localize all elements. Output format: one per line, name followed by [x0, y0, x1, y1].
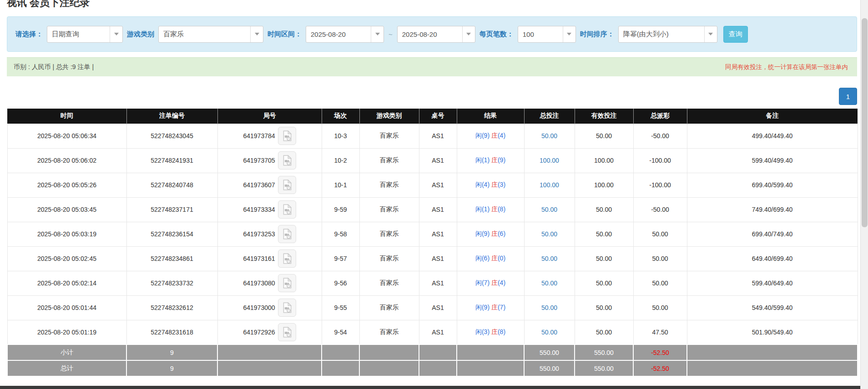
video-replay-button[interactable] — [278, 127, 296, 145]
result-player: 闲(9) — [475, 132, 491, 139]
currency-total-info: 币别 : 人民币 | 总共 :9 注单 | — [14, 63, 94, 71]
grand-total-payout: -52.50 — [633, 360, 687, 376]
video-replay-button[interactable] — [278, 249, 296, 268]
query-mode-select[interactable]: 日期查询 — [47, 26, 123, 43]
result-banker: 庄 — [491, 279, 498, 286]
video-replay-button[interactable] — [278, 299, 296, 317]
date-range-label: 时间区间： — [267, 30, 302, 39]
cell-game-type: 百家乐 — [359, 148, 419, 173]
result-banker-score: (9) — [498, 156, 505, 164]
chevron-down-icon[interactable] — [110, 26, 122, 42]
valid-bet-note: 同局有效投注，统一计算在该局第一张注单内 — [725, 63, 848, 71]
cell-time: 2025-08-20 05:06:02 — [7, 148, 126, 173]
scrollbar-thumb[interactable] — [862, 18, 868, 227]
total-bet-link[interactable]: 100.00 — [540, 181, 559, 189]
cell-round-id: 641973080 — [217, 271, 322, 295]
cell-table-no: AS1 — [419, 222, 457, 246]
result-banker: 庄 — [491, 181, 498, 188]
chevron-down-icon[interactable] — [704, 26, 717, 42]
cell-valid-bet: 50.00 — [575, 320, 633, 344]
table-row: 2025-08-20 05:02:45522748234861641973161… — [7, 246, 858, 271]
records-table: 时间 注单编号 局号 场次 游戏类别 桌号 结果 总投注 有效投注 总派彩 备注… — [7, 109, 858, 377]
result-banker-score: (7) — [498, 304, 505, 311]
cell-table-no: AS1 — [419, 320, 457, 344]
table-row: 2025-08-20 05:03:19522748236154641973253… — [7, 222, 858, 246]
video-replay-button[interactable] — [278, 151, 296, 170]
search-button[interactable]: 查询 — [723, 26, 748, 43]
cell-table-no: AS1 — [419, 148, 457, 173]
total-bet-link[interactable]: 50.00 — [541, 206, 557, 213]
video-replay-button[interactable] — [278, 274, 296, 292]
subtotal-result — [457, 344, 524, 360]
grand-total-valid-bet: 550.00 — [575, 360, 633, 376]
date-to-value: 2025-08-20 — [398, 26, 462, 42]
game-type-label: 游戏类别 — [127, 30, 154, 39]
result-player: 闲(9) — [475, 230, 491, 237]
cell-result: 闲(3) 庄(8) — [457, 320, 524, 344]
cell-bet-id: 522748237171 — [126, 197, 217, 222]
date-to-input[interactable]: 2025-08-20 — [397, 26, 475, 43]
video-replay-button[interactable] — [278, 176, 296, 194]
game-type-value: 百家乐 — [159, 26, 250, 42]
total-bet-link[interactable]: 50.00 — [541, 279, 557, 287]
records-table-body: 2025-08-20 05:06:34522748243045641973784… — [7, 124, 858, 376]
result-banker-score: (4) — [498, 132, 505, 139]
cell-game-type: 百家乐 — [359, 295, 419, 320]
header-game-type: 游戏类别 — [359, 109, 419, 124]
cell-total-bet: 50.00 — [524, 295, 575, 320]
subtotal-total-bet: 550.00 — [524, 344, 575, 360]
cell-time: 2025-08-20 05:03:19 — [7, 222, 126, 246]
video-replay-button[interactable] — [278, 323, 296, 341]
video-file-icon — [281, 302, 293, 314]
date-from-input[interactable]: 2025-08-20 — [306, 26, 384, 43]
chevron-down-icon[interactable] — [563, 26, 575, 42]
total-bet-link[interactable]: 100.00 — [540, 157, 559, 164]
page-size-label: 每页笔数： — [479, 30, 514, 39]
cell-valid-bet: 100.00 — [575, 173, 633, 197]
chevron-down-icon[interactable] — [250, 26, 263, 42]
cell-payout: 50.00 — [633, 295, 687, 320]
total-bet-link[interactable]: 50.00 — [541, 132, 557, 140]
header-payout: 总派彩 — [633, 109, 687, 124]
result-player: 闲(9) — [475, 304, 491, 311]
header-table-no: 桌号 — [419, 109, 457, 124]
time-sort-select[interactable]: 降幂(由大到小) — [618, 26, 717, 43]
cell-bet-id: 522748231618 — [126, 320, 217, 344]
header-time: 时间 — [7, 109, 126, 124]
table-row: 2025-08-20 05:01:19522748231618641972926… — [7, 320, 858, 344]
filter-panel: 请选择： 日期查询 游戏类别 百家乐 时间区间： 2025-08-20 ~ 20… — [7, 16, 857, 52]
video-replay-button[interactable] — [278, 225, 296, 243]
game-type-select[interactable]: 百家乐 — [158, 26, 263, 43]
time-sort-label: 时间排序： — [580, 30, 614, 39]
page-1-button[interactable]: 1 — [839, 88, 857, 105]
table-row: 2025-08-20 05:01:44522748232612641973000… — [7, 295, 858, 320]
cell-valid-bet: 50.00 — [575, 295, 633, 320]
grand-total-game — [359, 360, 419, 376]
video-file-icon — [281, 179, 293, 191]
cell-session: 9-58 — [322, 222, 359, 246]
cell-time: 2025-08-20 05:06:34 — [7, 124, 126, 148]
cell-payout: 50.00 — [633, 222, 687, 246]
page-size-select[interactable]: 100 — [518, 26, 576, 43]
cell-remark: 699.40/749.40 — [687, 222, 858, 246]
total-bet-link[interactable]: 50.00 — [541, 255, 557, 262]
round-id-value: 641973000 — [243, 304, 275, 311]
cell-payout: -100.00 — [633, 148, 687, 173]
total-bet-link[interactable]: 50.00 — [541, 329, 557, 336]
chevron-down-icon[interactable] — [462, 26, 475, 42]
vertical-scrollbar[interactable] — [860, 0, 868, 389]
cell-bet-id: 522748240748 — [126, 173, 217, 197]
chevron-down-icon[interactable] — [371, 26, 384, 42]
result-banker-score: (0) — [498, 254, 505, 262]
subtotal-session — [322, 344, 359, 360]
table-header-row: 时间 注单编号 局号 场次 游戏类别 桌号 结果 总投注 有效投注 总派彩 备注 — [7, 109, 858, 124]
cell-payout: -100.00 — [633, 173, 687, 197]
result-banker: 庄 — [491, 230, 498, 237]
cell-result: 闲(7) 庄(4) — [457, 271, 524, 295]
cell-total-bet: 100.00 — [524, 148, 575, 173]
round-id-value: 641972926 — [243, 329, 275, 336]
total-bet-link[interactable]: 50.00 — [541, 304, 557, 311]
table-row: 2025-08-20 05:02:14522748233732641973080… — [7, 271, 858, 295]
total-bet-link[interactable]: 50.00 — [541, 230, 557, 238]
video-replay-button[interactable] — [278, 200, 296, 219]
